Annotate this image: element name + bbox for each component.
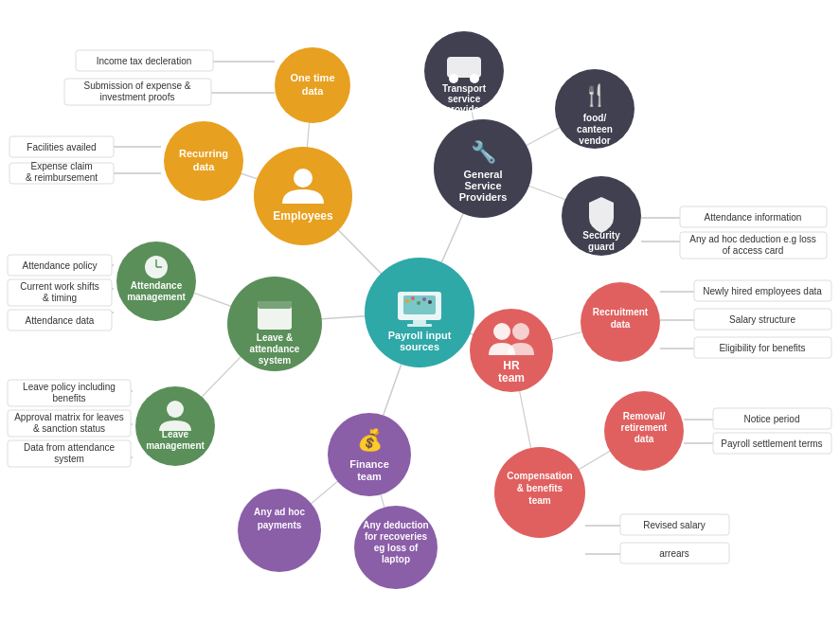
- label-leave-policy: Leave policy including: [23, 382, 116, 392]
- label-revised-salary: Revised salary: [643, 520, 706, 530]
- label-att-data: Attendance data: [26, 315, 95, 326]
- svg-point-57: [405, 299, 409, 303]
- adhoc-node: [238, 489, 321, 572]
- label-att-policy: Attendance policy: [23, 260, 98, 271]
- transport-label3: provider: [445, 104, 483, 115]
- hr-icon-head2: [512, 323, 529, 340]
- hr-label: HR: [503, 359, 520, 372]
- att-mgmt-label: Attendance: [131, 280, 183, 291]
- svg-point-59: [417, 301, 420, 305]
- center-stand: [413, 320, 426, 324]
- leave-att-label2: attendance: [250, 344, 300, 354]
- label-facilities: Facilities availed: [27, 142, 96, 152]
- leave-att-label3: system: [259, 355, 292, 366]
- att-mgmt-label2: management: [127, 292, 186, 302]
- finance-node: [328, 413, 411, 496]
- food-label2: canteen: [577, 124, 613, 134]
- removal-label2: retirement: [621, 422, 669, 433]
- svg-point-58: [411, 296, 415, 300]
- finance-icon: 💰: [357, 427, 384, 453]
- label-eligibility: Eligibility for benefits: [719, 343, 805, 353]
- label-leave-att: Data from attendance: [24, 442, 116, 453]
- food-icon: 🍴: [582, 82, 609, 108]
- label-adhoc-deduction2: of access card: [723, 245, 783, 256]
- label-adhoc-deduction: Any ad hoc deduction e.g loss: [689, 234, 815, 244]
- transport-label: Transport: [442, 83, 487, 94]
- label-att-info: Attendance information: [705, 212, 802, 223]
- deduction-label4: laptop: [382, 554, 410, 564]
- label-submission: Submission of expense &: [84, 80, 191, 91]
- general-service-label: General: [464, 169, 503, 180]
- label-arrears: arrears: [659, 548, 689, 559]
- label-approval: Approval matrix for leaves: [14, 412, 124, 422]
- employees-icon-head: [294, 169, 313, 188]
- finance-label2: team: [357, 471, 382, 482]
- label-settlement: Payroll settlement terms: [721, 438, 822, 449]
- deduction-label3: eg loss of: [374, 543, 419, 553]
- label-salary-struct: Salary structure: [729, 314, 795, 325]
- label-submission2: investment proofs: [100, 92, 175, 102]
- comp-label2: & benefits: [517, 483, 563, 493]
- label-income-tax: Income tax decleration: [97, 56, 192, 66]
- adhoc-label: Any ad hoc: [254, 507, 305, 517]
- adhoc-label2: payments: [258, 520, 302, 530]
- security-label: Security: [582, 230, 620, 241]
- label-leave-att2: system: [54, 454, 84, 464]
- transport-wheel2: [470, 74, 479, 83]
- label-leave-policy2: benefits: [52, 393, 85, 403]
- label-shifts2: & timing: [43, 293, 77, 303]
- center-label2: sources: [400, 341, 439, 352]
- svg-point-60: [422, 297, 426, 301]
- food-label: food/: [583, 113, 607, 123]
- finance-label: Finance: [349, 458, 389, 470]
- removal-label3: data: [634, 434, 654, 444]
- food-label3: vendor: [579, 135, 610, 146]
- leave-mgmt-label: Leave: [162, 429, 189, 439]
- leave-att-label: Leave &: [257, 332, 293, 343]
- payroll-diagram: Income tax decleration Submission of exp…: [0, 0, 840, 644]
- hr-label2: team: [498, 371, 525, 385]
- removal-label: Removal/: [623, 411, 666, 421]
- hr-icon-head1: [493, 323, 510, 340]
- deduction-label: Any deduction: [363, 520, 428, 530]
- label-notice: Notice period: [744, 414, 800, 424]
- general-service-icon: 🔧: [471, 139, 497, 165]
- comp-label: Compensation: [507, 471, 572, 481]
- center-icon-screen: [403, 295, 436, 314]
- recurring-label2: data: [193, 161, 216, 172]
- label-expense: Expense claim: [30, 161, 92, 171]
- one-time-data-label: One time: [290, 72, 334, 83]
- recruitment-label2: data: [611, 319, 631, 330]
- one-time-data-label2: data: [302, 85, 325, 97]
- transport-label2: service: [448, 94, 481, 104]
- security-label2: guard: [588, 242, 615, 252]
- recruitment-label: Recruitment: [593, 307, 649, 317]
- label-approval2: & sanction status: [33, 423, 105, 434]
- svg-point-61: [428, 300, 432, 304]
- comp-label3: team: [528, 495, 550, 506]
- deduction-label2: for recoveries: [365, 531, 428, 542]
- leave-mgmt-label2: management: [146, 440, 205, 451]
- general-service-label2: Service: [464, 180, 501, 191]
- label-shifts: Current work shifts: [20, 281, 98, 292]
- label-newly-hired: Newly hired employees data: [703, 286, 822, 296]
- recurring-label: Recurring: [179, 148, 228, 159]
- leave-att-icon-top: [258, 301, 292, 309]
- general-service-label3: Providers: [459, 191, 508, 203]
- employees-label: Employees: [273, 209, 333, 223]
- leave-person-icon: [167, 401, 184, 418]
- transport-wheel1: [449, 74, 458, 83]
- center-base: [407, 324, 432, 327]
- label-expense2: & reimbursement: [26, 172, 98, 183]
- center-label: Payroll input: [388, 330, 452, 341]
